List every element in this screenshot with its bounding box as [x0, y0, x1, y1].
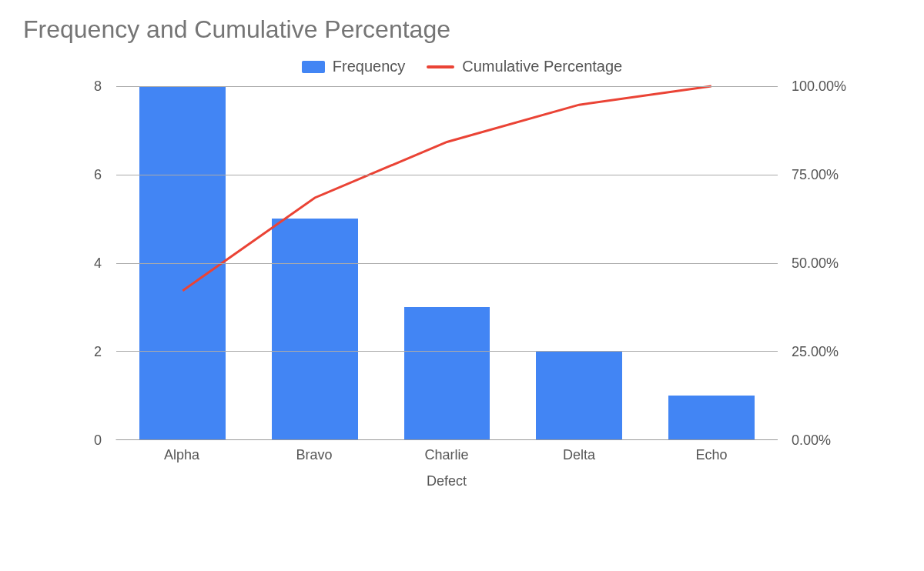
x-tick-label: Echo: [645, 447, 778, 463]
y1-tick-label: 6: [94, 167, 102, 183]
y2-tick-label: 100.00%: [792, 78, 846, 95]
gridline: [116, 351, 778, 352]
y2-axis-labels: 0.00%25.00%50.00%75.00%100.00%: [785, 86, 862, 440]
legend-label: Frequency: [333, 58, 406, 75]
x-tick-label: Bravo: [248, 447, 380, 463]
cumulative-line: [182, 86, 711, 291]
x-tick-label: Charlie: [380, 447, 513, 463]
gridline: [116, 175, 778, 175]
legend: Frequency Cumulative Percentage: [23, 58, 901, 75]
legend-item-frequency: Frequency: [302, 58, 406, 75]
x-axis-title: Defect: [116, 473, 778, 489]
x-axis-labels: AlphaBravoCharlieDeltaEcho: [116, 447, 778, 463]
y2-tick-label: 50.00%: [792, 255, 839, 272]
y1-axis-labels: 02468: [62, 86, 108, 440]
y1-tick-label: 4: [94, 255, 102, 272]
chart-area: 02468 0.00%25.00%50.00%75.00%100.00% Alp…: [62, 86, 862, 486]
y2-tick-label: 25.00%: [792, 344, 839, 360]
y2-tick-label: 75.00%: [792, 167, 839, 183]
y1-tick-label: 2: [94, 344, 102, 360]
chart-title: Frequency and Cumulative Percentage: [23, 15, 901, 44]
gridline: [116, 263, 778, 264]
line-swatch-icon: [427, 65, 454, 68]
y2-tick-label: 0.00%: [792, 432, 831, 449]
bar-swatch-icon: [302, 61, 325, 73]
legend-label: Cumulative Percentage: [462, 58, 622, 75]
legend-item-cumulative: Cumulative Percentage: [427, 58, 622, 75]
y1-tick-label: 8: [94, 78, 102, 95]
y1-tick-label: 0: [94, 432, 102, 449]
plot-region: [116, 86, 778, 440]
x-tick-label: Alpha: [116, 447, 248, 463]
gridline: [116, 86, 778, 87]
x-tick-label: Delta: [513, 447, 645, 463]
